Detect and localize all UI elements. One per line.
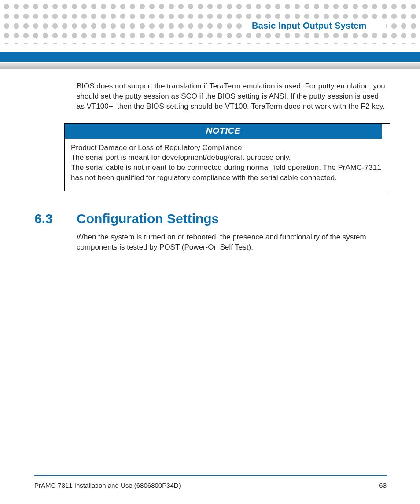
section-paragraph: When the system is turned on or rebooted…	[77, 232, 387, 253]
footer-doc-title: PrAMC-7311 Installation and Use (6806800…	[34, 482, 181, 489]
section-number: 6.3	[34, 211, 77, 226]
notice-box: NOTICE Product Damage or Loss of Regulat…	[64, 123, 390, 191]
chapter-title: Basic Input Output System	[252, 21, 367, 31]
header-grey-bar	[0, 63, 420, 69]
page: Basic Input Output System BIOS does not …	[0, 0, 420, 504]
section-title: Configuration Settings	[77, 211, 219, 226]
notice-heading-text: Product Damage or Loss of Regulatory Com…	[71, 143, 383, 153]
content-area: BIOS does not support the translation if…	[34, 81, 387, 253]
footer-rule	[34, 475, 387, 476]
notice-line-1: The serial port is meant for development…	[71, 153, 383, 163]
header-blue-bar	[0, 52, 420, 62]
footer-page-number: 63	[379, 482, 387, 489]
section-heading-row: 6.3 Configuration Settings	[34, 211, 387, 226]
intro-paragraph: BIOS does not support the translation if…	[77, 81, 387, 112]
notice-header: NOTICE	[65, 124, 382, 139]
notice-label: NOTICE	[206, 126, 241, 136]
notice-line-2: The serial cable is not meant to be conn…	[71, 163, 383, 183]
notice-body: Product Damage or Loss of Regulatory Com…	[65, 139, 390, 191]
footer: PrAMC-7311 Installation and Use (6806800…	[34, 482, 387, 489]
